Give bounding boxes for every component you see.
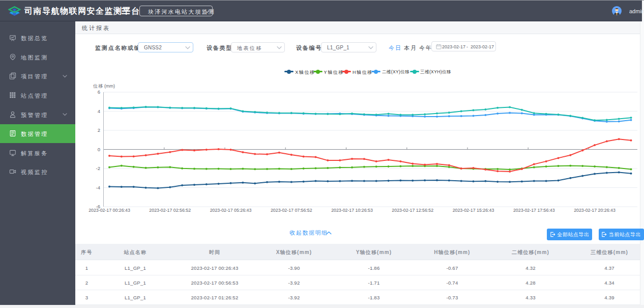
svg-text:-2: -2: [96, 165, 100, 171]
svg-text:0: 0: [98, 147, 100, 152]
svg-text:2023-02-17 10:26:53: 2023-02-17 10:26:53: [331, 208, 373, 213]
svg-text:位移: 位移: [93, 83, 104, 89]
svg-text:2023-02-17 17:56:43: 2023-02-17 17:56:43: [513, 208, 555, 213]
svg-text:2023-02-17 02:56:52: 2023-02-17 02:56:52: [149, 208, 191, 213]
svg-text:2023-02-17 15:26:43: 2023-02-17 15:26:43: [453, 208, 494, 213]
svg-text:2: 2: [98, 127, 100, 133]
svg-text:6: 6: [98, 89, 100, 95]
svg-text:2023-02-17 07:56:52: 2023-02-17 07:56:52: [271, 208, 312, 213]
svg-text:2023-02-17 12:56:52: 2023-02-17 12:56:52: [392, 208, 433, 213]
svg-text:2023-02-17 05:26:43: 2023-02-17 05:26:43: [210, 208, 252, 213]
svg-text:(mm): (mm): [104, 83, 115, 89]
svg-text:2023-02-17 00:26:43: 2023-02-17 00:26:43: [89, 208, 130, 213]
svg-text:4: 4: [98, 108, 100, 114]
svg-text:-4: -4: [96, 185, 100, 190]
svg-text:2023-02-17 20:26:43: 2023-02-17 20:26:43: [574, 208, 616, 213]
